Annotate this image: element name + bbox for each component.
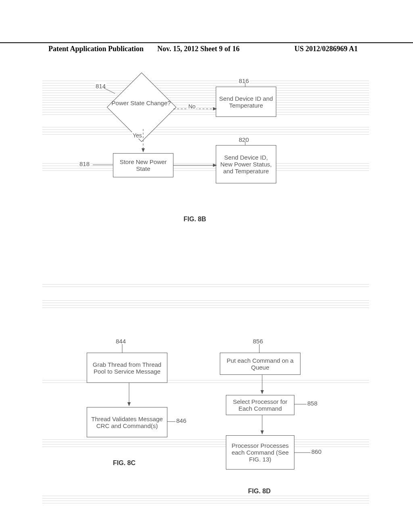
leader-814 [104,88,116,96]
box-grab-thread: Grab Thread from Thread Pool to Service … [87,353,167,383]
ref-846: 846 [175,417,187,424]
box-select-processor: Select Processor for Each Command [226,395,294,415]
svg-marker-9 [213,164,217,167]
box-store-power-state: Store New Power State [113,153,173,177]
leader-818 [93,164,113,166]
box-send-id-temp: Send Device ID and Temperature [216,87,276,117]
leader-820 [244,141,246,145]
svg-marker-13 [127,402,131,406]
caption-fig8c: FIG. 8C [113,459,136,467]
caption-fig8b: FIG. 8B [184,216,206,223]
ref-856: 856 [252,338,264,345]
hatch-band [42,298,369,310]
svg-marker-18 [261,390,264,394]
leader-856 [258,344,261,353]
svg-marker-5 [142,148,145,152]
arrow-818-820 [173,163,218,167]
header-right: US 2012/0286969 A1 [294,45,358,53]
label-yes: Yes [132,132,143,139]
svg-line-0 [104,88,115,94]
hatch-band [42,282,369,287]
svg-marker-20 [261,430,264,434]
leader-816 [244,83,246,87]
leader-846 [167,420,175,423]
box-put-command-queue: Put each Command on a Queue [220,353,300,375]
hatch-band [42,125,369,136]
leader-860 [294,451,311,454]
header-left: Patent Application Publication [48,45,144,53]
decision-text: Power State Change? [109,100,173,106]
caption-fig8d: FIG. 8D [248,488,271,495]
header-mid: Nov. 15, 2012 Sheet 9 of 16 [157,45,240,53]
hatch-band [42,494,369,503]
box-thread-validates: Thread Validates Message CRC and Command… [87,407,167,437]
leader-858 [294,403,307,405]
ref-818: 818 [79,160,90,167]
ref-844: 844 [115,338,127,345]
decision-power-state-change: Power State Change? [109,87,173,135]
label-no: No [188,103,196,110]
box-processor-processes: Processor Processes each Command (See FI… [226,435,294,470]
ref-860: 860 [311,448,322,455]
page-header: Patent Application Publication Nov. 15, … [0,42,413,45]
arrow-858-860 [258,415,266,435]
leader-844 [121,344,123,353]
box-send-id-power-temp: Send Device ID, New Power Status, and Te… [216,145,276,183]
svg-marker-3 [213,107,217,110]
ref-858: 858 [307,400,318,407]
arrow-844-846 [125,383,133,407]
arrow-856-858 [258,375,266,395]
hatch-band [42,437,369,449]
